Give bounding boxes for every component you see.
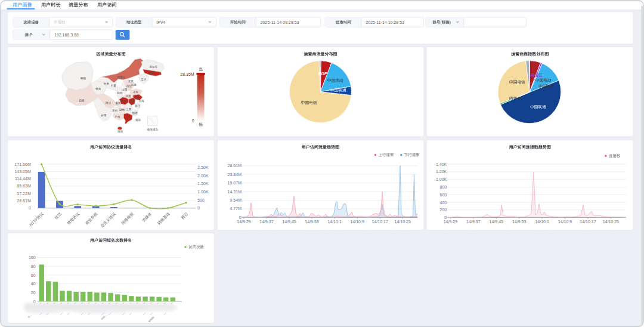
svg-text:1.40K: 1.40K <box>436 162 447 166</box>
svg-text:20: 20 <box>31 291 36 295</box>
svg-text:BGP: BGP <box>318 72 327 76</box>
svg-text:0: 0 <box>29 206 31 210</box>
svg-text:14/10:1: 14/10:1 <box>327 220 342 224</box>
svg-text:1.00K: 1.00K <box>197 190 209 194</box>
svg-text:0: 0 <box>444 215 447 220</box>
svg-text:14/9:53: 14/9:53 <box>305 220 319 224</box>
svg-text:14/9:45: 14/9:45 <box>490 220 504 224</box>
svg-text:400: 400 <box>440 200 447 205</box>
svg-text:14/10:9: 14/10:9 <box>350 220 364 224</box>
svg-text:14/9:45: 14/9:45 <box>282 220 296 224</box>
svg-text:1.50K: 1.50K <box>197 181 209 186</box>
svg-text:600: 600 <box>440 193 447 197</box>
svg-text:100: 100 <box>29 255 36 260</box>
svg-text:114.44M: 114.44M <box>15 177 31 181</box>
svg-text:4.77M: 4.77M <box>230 206 242 211</box>
svg-text:2025-11-14 09:29:53: 2025-11-14 09:29:53 <box>261 20 299 24</box>
svg-text:57.22M: 57.22M <box>17 192 31 196</box>
svg-text:14/9:53: 14/9:53 <box>512 220 527 224</box>
svg-text:28.35M: 28.35M <box>180 72 194 76</box>
svg-text:1.20K: 1.20K <box>436 169 447 174</box>
svg-text:0: 0 <box>33 300 36 304</box>
svg-text:14/10:17: 14/10:17 <box>580 220 596 224</box>
svg-text:40: 40 <box>31 282 36 286</box>
svg-text:60: 60 <box>31 273 36 277</box>
svg-text:0: 0 <box>192 119 194 123</box>
svg-text:19.07M: 19.07M <box>228 181 242 185</box>
svg-text:80: 80 <box>31 264 36 269</box>
svg-text:143.05M: 143.05M <box>14 169 30 174</box>
svg-text:14/10:1: 14/10:1 <box>535 220 549 224</box>
svg-text:800: 800 <box>440 185 447 189</box>
svg-text:28.61M: 28.61M <box>228 164 242 168</box>
svg-text:2.50K: 2.50K <box>197 165 209 169</box>
svg-text:2.00K: 2.00K <box>197 174 209 178</box>
svg-text:14/9:37: 14/9:37 <box>466 220 481 224</box>
svg-text:500: 500 <box>197 198 205 202</box>
svg-text:14/10:25: 14/10:25 <box>603 220 619 224</box>
svg-text:14/10:9: 14/10:9 <box>558 220 572 224</box>
svg-text:14.31M: 14.31M <box>228 190 242 194</box>
svg-text:28.61M: 28.61M <box>17 199 31 203</box>
svg-text:0: 0 <box>197 206 200 210</box>
svg-text:200: 200 <box>440 208 447 212</box>
svg-text:IPV4: IPV4 <box>156 20 165 24</box>
svg-text:14/9:37: 14/9:37 <box>259 220 274 224</box>
svg-text:14/9:29: 14/9:29 <box>237 220 251 224</box>
svg-text:14/9:29: 14/9:29 <box>444 220 458 224</box>
svg-text:2025-11-14 10:29:53: 2025-11-14 10:29:53 <box>366 20 404 24</box>
svg-text:171.66M: 171.66M <box>14 162 30 166</box>
svg-text:1.00K: 1.00K <box>436 177 447 181</box>
svg-text:9.54M: 9.54M <box>230 198 242 202</box>
svg-text:0: 0 <box>239 215 242 220</box>
svg-text:192.168.3.88: 192.168.3.88 <box>54 33 79 37</box>
svg-text:23.84M: 23.84M <box>228 172 242 177</box>
svg-text:14/10:25: 14/10:25 <box>395 220 411 224</box>
svg-text:85.83M: 85.83M <box>17 184 31 189</box>
svg-text:14/10:17: 14/10:17 <box>371 220 388 224</box>
